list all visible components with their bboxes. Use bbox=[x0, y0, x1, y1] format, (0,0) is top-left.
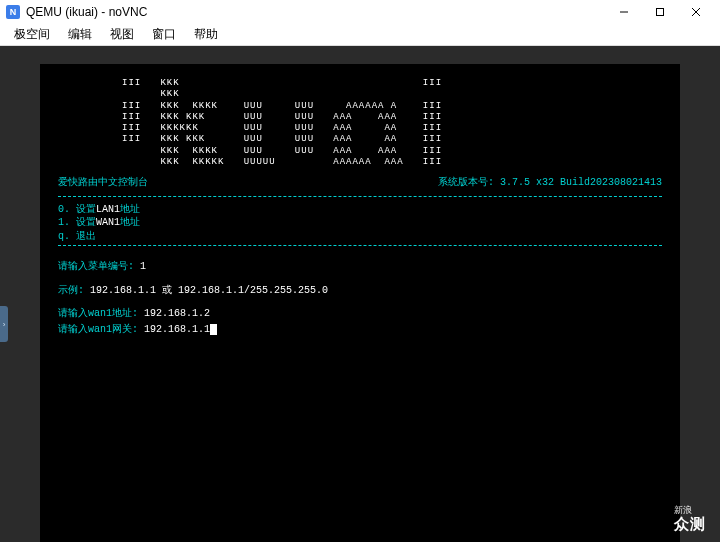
terminal-screen[interactable]: III KKK III KKK III KKK KKKK UUU UUU AAA… bbox=[40, 64, 680, 542]
prompt-wan-address: 请输入wan1地址: 192.168.1.2 bbox=[58, 307, 662, 321]
minimize-button[interactable] bbox=[606, 0, 642, 24]
menu-help[interactable]: 帮助 bbox=[186, 24, 226, 45]
version-string: 系统版本号: 3.7.5 x32 Build202308021413 bbox=[438, 176, 662, 190]
titlebar: N QEMU (ikuai) - noVNC bbox=[0, 0, 720, 24]
menubar: 极空间 编辑 视图 窗口 帮助 bbox=[0, 24, 720, 46]
menu-view[interactable]: 视图 bbox=[102, 24, 142, 45]
menu-window[interactable]: 窗口 bbox=[144, 24, 184, 45]
menu-workspace[interactable]: 极空间 bbox=[6, 24, 58, 45]
close-button[interactable] bbox=[678, 0, 714, 24]
vnc-viewport: › III KKK III KKK III KKK KKKK UUU UUU A… bbox=[0, 46, 720, 542]
window-title: QEMU (ikuai) - noVNC bbox=[26, 5, 147, 19]
side-tab-handle[interactable]: › bbox=[0, 306, 8, 342]
menu-option-1: 1. 设置WAN1地址 bbox=[58, 216, 662, 230]
prompt-wan-gateway: 请输入wan1网关: 192.168.1.1 bbox=[58, 323, 662, 337]
divider-bottom bbox=[58, 245, 662, 246]
example-line: 示例: 192.168.1.1 或 192.168.1.1/255.255.25… bbox=[58, 284, 662, 298]
watermark: 新浪 众测 bbox=[674, 506, 706, 532]
cursor-icon bbox=[210, 324, 217, 335]
menu-option-0: 0. 设置LAN1地址 bbox=[58, 203, 662, 217]
menu-option-q: q. 退出 bbox=[58, 230, 662, 244]
divider-top bbox=[58, 196, 662, 197]
svg-rect-1 bbox=[657, 9, 664, 16]
console-title: 爱快路由中文控制台 bbox=[58, 176, 148, 190]
app-icon: N bbox=[6, 5, 20, 19]
ascii-banner: III KKK III KKK III KKK KKKK UUU UUU AAA… bbox=[58, 78, 662, 168]
prompt-menu-number: 请输入菜单编号: 1 bbox=[58, 260, 662, 274]
maximize-button[interactable] bbox=[642, 0, 678, 24]
menu-edit[interactable]: 编辑 bbox=[60, 24, 100, 45]
